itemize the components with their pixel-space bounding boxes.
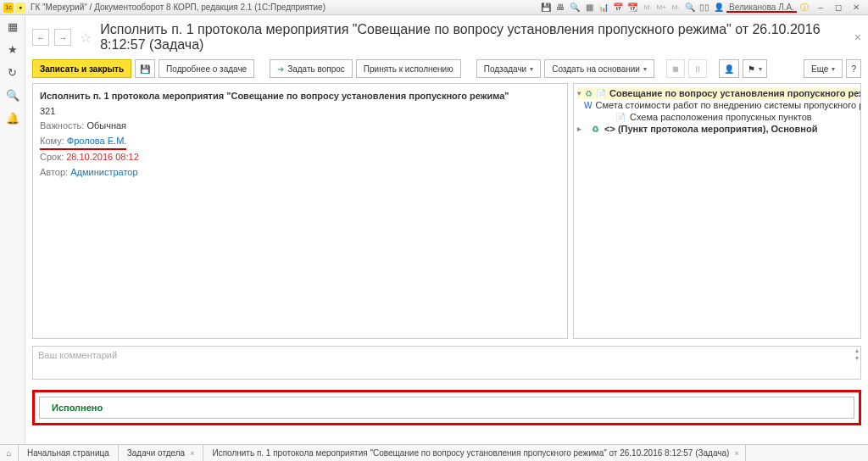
date-icon[interactable]: 📆	[626, 2, 639, 14]
close-form-button[interactable]: ×	[854, 31, 861, 44]
task-title: Исполнить п. 1 протокола мероприятия "Со…	[40, 91, 509, 101]
tab-current-task[interactable]: Исполнить п. 1 протокола мероприятия "Со…	[203, 445, 746, 461]
user-name[interactable]: Великанова Л.А.	[726, 3, 797, 12]
user-add-icon[interactable]: 👤	[719, 59, 739, 78]
refresh-icon[interactable]: ♻	[589, 125, 601, 134]
page-title: Исполнить п. 1 протокола мероприятия "Со…	[100, 22, 849, 53]
history-icon[interactable]: ↻	[8, 66, 17, 79]
panel-icon[interactable]: ▯▯	[698, 2, 711, 14]
about-task-button[interactable]: Подробнее о задаче	[159, 59, 254, 78]
file-icon: 📄	[615, 113, 626, 122]
app-title: ГК "Меркурий" / Документооборот 8 КОРП, …	[31, 3, 326, 12]
doc-icon: 📄	[596, 89, 606, 98]
back-button[interactable]: ←	[32, 29, 49, 46]
tab-close-icon[interactable]: ×	[190, 449, 194, 458]
user-icon: 👤	[712, 2, 726, 14]
tab-close-icon[interactable]: ×	[734, 449, 738, 458]
bell-icon[interactable]: 🔔	[6, 112, 19, 125]
app-sub-icon: ●	[15, 3, 25, 13]
tree-root[interactable]: ▾ ♻ 📄 Совещание по вопросу установления …	[577, 87, 857, 99]
app-logo-icon: 1c	[3, 3, 14, 13]
tab-start[interactable]: Начальная страница	[19, 445, 119, 461]
toolbar: Записать и закрыть 💾 Подробнее о задаче …	[32, 59, 861, 83]
expand-icon[interactable]: ▸	[577, 125, 586, 133]
forward-button[interactable]: →	[54, 29, 71, 46]
due-label: Срок:	[40, 152, 64, 162]
save-icon[interactable]: 💾	[539, 2, 553, 14]
author-value[interactable]: Администратор	[70, 167, 137, 177]
tree-item[interactable]: 📄 Схема расположения пропускных пунктов	[577, 111, 857, 123]
info-icon[interactable]: ⓘ	[798, 2, 811, 14]
bottom-tabs: ⌂ Начальная страница Задачи отдела× Испо…	[0, 444, 868, 461]
done-button[interactable]: Исполнено	[39, 397, 854, 419]
print-icon[interactable]: 🖶	[554, 2, 567, 14]
preview-icon[interactable]: 🔍	[568, 2, 581, 14]
m-icon[interactable]: M	[640, 2, 654, 14]
save-button[interactable]: 💾	[135, 59, 155, 78]
done-highlight: Исполнено	[32, 390, 861, 425]
sidebar: ▦ ★ ↻ 🔍 🔔	[0, 15, 25, 444]
calendar-icon[interactable]: 📅	[611, 2, 625, 14]
titlebar: 1c ● ГК "Меркурий" / Документооборот 8 К…	[0, 0, 868, 15]
star-icon[interactable]: ★	[8, 43, 18, 56]
home-icon[interactable]: ⌂	[0, 445, 19, 461]
due-value: 28.10.2016 08:12	[66, 152, 139, 162]
help-button[interactable]: ?	[846, 59, 861, 78]
calc-icon[interactable]: 📊	[597, 2, 610, 14]
pause-button[interactable]: ⏸	[688, 59, 707, 78]
author-label: Автор:	[40, 167, 68, 177]
m-plus-icon[interactable]: M+	[654, 2, 668, 14]
search-side-icon[interactable]: 🔍	[6, 89, 19, 102]
ask-question-button[interactable]: ➜Задать вопрос	[270, 59, 353, 78]
save-close-button[interactable]: Записать и закрыть	[32, 59, 131, 78]
tree-item[interactable]: W Смета стоимости работ по внедрению сис…	[577, 99, 857, 111]
stop-button[interactable]: ⏹	[666, 59, 685, 78]
search-icon[interactable]: 🔍	[683, 2, 697, 14]
task-number: 321	[40, 104, 560, 119]
close-button[interactable]: ✕	[848, 2, 865, 14]
minimize-button[interactable]: –	[812, 2, 829, 14]
flag-button[interactable]: ⚑	[743, 59, 767, 78]
comment-down-icon[interactable]: ▾	[855, 354, 859, 362]
to-value[interactable]: Фролова Е.М.	[67, 136, 127, 146]
apps-icon[interactable]: ▦	[8, 20, 18, 33]
compare-icon[interactable]: ▦	[582, 2, 596, 14]
task-details-pane: Исполнить п. 1 протокола мероприятия "Со…	[32, 83, 568, 339]
importance-label: Важность:	[40, 120, 84, 131]
subtasks-button[interactable]: Подзадачи	[476, 59, 541, 78]
comment-up-icon[interactable]: ▴	[855, 347, 859, 354]
tree-item[interactable]: ▸ ♻ <> (Пункт протокола мероприятия), Ос…	[577, 123, 857, 135]
collapse-icon[interactable]: ▾	[577, 89, 581, 97]
m-minus-icon[interactable]: M-	[669, 2, 682, 14]
more-button[interactable]: Еще	[804, 59, 843, 78]
maximize-button[interactable]: ◻	[830, 2, 847, 14]
create-based-button[interactable]: Создать на основании	[544, 59, 654, 78]
tab-dept-tasks[interactable]: Задачи отдела×	[119, 445, 204, 461]
importance-value: Обычная	[86, 120, 126, 131]
comment-input[interactable]: Ваш комментарий ▴ ▾	[32, 346, 861, 380]
favorite-icon[interactable]: ☆	[80, 30, 92, 46]
attachments-pane: ▾ ♻ 📄 Совещание по вопросу установления …	[573, 83, 861, 339]
word-icon: W	[584, 101, 592, 110]
to-label: Кому:	[40, 136, 64, 146]
refresh-icon[interactable]: ♻	[585, 89, 593, 98]
accept-exec-button[interactable]: Принять к исполнению	[356, 59, 461, 78]
